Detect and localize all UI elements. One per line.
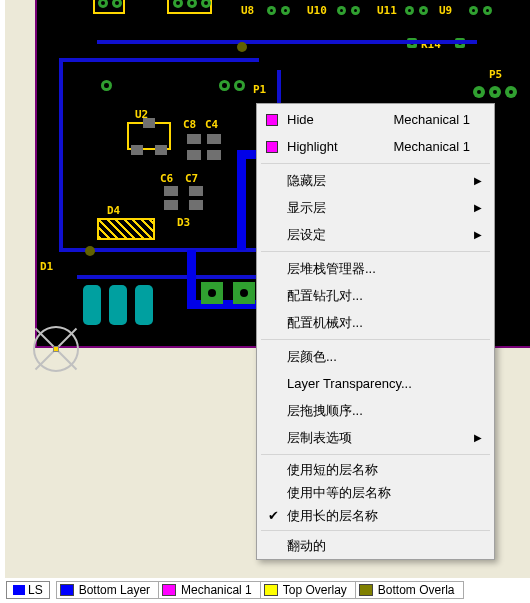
- designator-p5: P5: [489, 68, 502, 81]
- designator-c8: C8: [183, 118, 196, 131]
- menu-label: Hide: [287, 112, 314, 127]
- tab-label: Bottom Overla: [378, 583, 455, 597]
- trace: [97, 40, 477, 44]
- pad: [233, 282, 255, 304]
- pad: [281, 6, 290, 15]
- slot-pad: [109, 285, 127, 325]
- menu-label: 配置钻孔对...: [287, 287, 363, 305]
- via: [85, 246, 95, 256]
- smd-pad: [189, 200, 203, 210]
- tab-label: Top Overlay: [283, 583, 347, 597]
- pad: [469, 6, 478, 15]
- menu-flipping[interactable]: 翻动的: [259, 534, 492, 557]
- pad: [201, 282, 223, 304]
- menu-configure-drill-pairs[interactable]: 配置钻孔对...: [259, 282, 492, 309]
- designator-c6: C6: [160, 172, 173, 185]
- designator-u11: U11: [377, 4, 397, 17]
- ls-label: LS: [28, 583, 43, 597]
- menu-separator: [261, 454, 490, 455]
- designator-d4: D4: [107, 204, 120, 217]
- menu-layer-drag-order[interactable]: 层拖拽顺序...: [259, 397, 492, 424]
- tab-label: Mechanical 1: [181, 583, 252, 597]
- menu-hide-layers[interactable]: 隐藏层 ▶: [259, 167, 492, 194]
- smd-pad: [189, 186, 203, 196]
- menu-label: 层设定: [287, 226, 326, 244]
- smd-pad: [143, 118, 155, 128]
- submenu-arrow-icon: ▶: [474, 175, 482, 186]
- menu-use-short-names[interactable]: 使用短的层名称: [259, 458, 492, 481]
- menu-separator: [261, 339, 490, 340]
- smd-pad: [207, 134, 221, 144]
- menu-label: 使用中等的层名称: [287, 484, 391, 502]
- menu-configure-mech-pairs[interactable]: 配置机械对...: [259, 309, 492, 336]
- layer-color-swatch: [60, 584, 74, 596]
- smd-pad: [131, 145, 143, 155]
- menu-label: 层制表选项: [287, 429, 352, 447]
- menu-label: 层堆栈管理器...: [287, 260, 376, 278]
- menu-label: 配置机械对...: [287, 314, 363, 332]
- tab-top-overlay[interactable]: Top Overlay: [261, 581, 356, 599]
- smd-pad: [164, 200, 178, 210]
- slot-pad: [135, 285, 153, 325]
- tab-bottom-layer[interactable]: Bottom Layer: [56, 581, 159, 599]
- menu-layer-settings[interactable]: 层设定 ▶: [259, 221, 492, 248]
- designator-d3: D3: [177, 216, 190, 229]
- designator-p1: P1: [253, 83, 266, 96]
- menu-separator: [261, 251, 490, 252]
- menu-use-med-names[interactable]: 使用中等的层名称: [259, 481, 492, 504]
- pad: [405, 6, 414, 15]
- submenu-arrow-icon: ▶: [474, 432, 482, 443]
- layer-color-swatch: [264, 584, 278, 596]
- designator-u9: U9: [439, 4, 452, 17]
- designator-u8: U8: [241, 4, 254, 17]
- color-swatch: [266, 141, 278, 153]
- menu-layer-transparency[interactable]: Layer Transparency...: [259, 370, 492, 397]
- menu-layer-colors[interactable]: 层颜色...: [259, 343, 492, 370]
- pad: [337, 6, 346, 15]
- pad: [351, 6, 360, 15]
- smd-pad: [187, 134, 201, 144]
- trace: [59, 58, 259, 62]
- menu-separator: [261, 530, 490, 531]
- menu-layer-stack-manager[interactable]: 层堆栈管理器...: [259, 255, 492, 282]
- tab-bottom-overlay[interactable]: Bottom Overla: [356, 581, 464, 599]
- designator-u10: U10: [307, 4, 327, 17]
- trace-bold: [187, 250, 196, 306]
- menu-target: Mechanical 1: [373, 139, 470, 154]
- trace-bold: [237, 150, 246, 250]
- menu-highlight-layer[interactable]: Highlight Mechanical 1: [259, 133, 492, 160]
- designator-d1b: D1: [40, 260, 53, 273]
- smd-pad: [187, 150, 201, 160]
- menu-separator: [261, 163, 490, 164]
- tab-label: Bottom Layer: [79, 583, 150, 597]
- menu-label: 隐藏层: [287, 172, 326, 190]
- menu-hide-layer[interactable]: Hide Mechanical 1: [259, 106, 492, 133]
- slot-pad: [83, 285, 101, 325]
- pad: [419, 6, 428, 15]
- color-swatch: [266, 114, 278, 126]
- menu-label: 使用短的层名称: [287, 461, 378, 479]
- via: [237, 42, 247, 52]
- menu-use-long-names[interactable]: ✔ 使用长的层名称: [259, 504, 492, 527]
- layer-color-swatch: [359, 584, 373, 596]
- menu-label: 层拖拽顺序...: [287, 402, 363, 420]
- checkmark-icon: ✔: [268, 508, 279, 523]
- menu-show-layers[interactable]: 显示层 ▶: [259, 194, 492, 221]
- submenu-arrow-icon: ▶: [474, 202, 482, 213]
- smd-pad: [164, 186, 178, 196]
- hatch-body: [99, 220, 153, 238]
- swatch-icon: [13, 585, 25, 595]
- pad: [101, 80, 112, 91]
- menu-label: Layer Transparency...: [287, 376, 412, 391]
- pad: [234, 80, 245, 91]
- pad: [473, 86, 485, 98]
- menu-target: Mechanical 1: [373, 112, 470, 127]
- trace-bold: [187, 300, 267, 309]
- menu-label: 显示层: [287, 199, 326, 217]
- menu-label: 翻动的: [287, 537, 326, 555]
- tab-mechanical-1[interactable]: Mechanical 1: [159, 581, 261, 599]
- submenu-arrow-icon: ▶: [474, 229, 482, 240]
- layer-set-button[interactable]: LS: [6, 581, 50, 599]
- smd-pad: [207, 150, 221, 160]
- menu-layer-tab-options[interactable]: 层制表选项 ▶: [259, 424, 492, 451]
